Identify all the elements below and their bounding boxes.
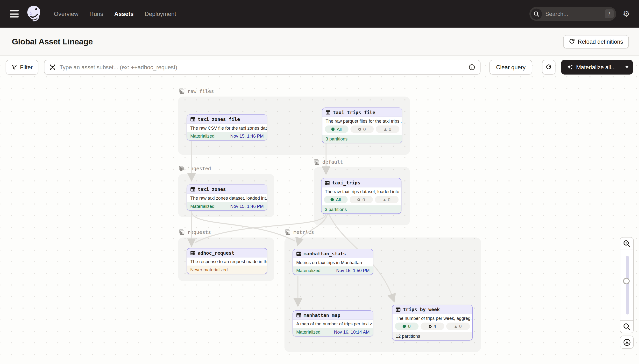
asset-node-manhattan-map[interactable]: manhattan_map A map of the number of tri…	[293, 310, 373, 336]
missing-ring-icon	[358, 128, 361, 130]
page-title: Global Asset Lineage	[12, 37, 93, 46]
slash-shortcut-badge: /	[605, 10, 614, 18]
zoom-out-button[interactable]	[620, 320, 634, 333]
menu-icon[interactable]	[10, 10, 19, 18]
download-image-button[interactable]	[620, 336, 634, 349]
missing-partitions-badge[interactable]: 4	[421, 323, 444, 330]
table-icon	[296, 251, 301, 256]
asset-node-adhoc-request[interactable]: adhoc_request The response to an request…	[187, 248, 267, 274]
materialized-dot-icon	[331, 198, 334, 201]
download-icon	[623, 338, 630, 346]
asset-node-taxi-trips-file[interactable]: taxi_trips_file The raw parquet files fo…	[322, 108, 402, 144]
status-timestamp: Nov 15, 1:50 PM	[336, 268, 369, 273]
group-label-ingested[interactable]: ingested	[179, 166, 211, 172]
zoom-in-button[interactable]	[620, 237, 634, 250]
partitions-bar: 12 partitions	[392, 332, 472, 340]
materialize-all-main[interactable]: Materialize all...	[561, 60, 621, 74]
group-icon	[179, 229, 185, 235]
asset-graph-icon	[49, 64, 56, 70]
dagster-logo[interactable]	[25, 4, 43, 24]
status-label: Materialized	[296, 268, 320, 273]
sparkle-icon	[566, 64, 573, 70]
table-icon	[396, 307, 401, 312]
asset-query-input[interactable]	[56, 64, 469, 70]
page-header: Global Asset Lineage Reload definitions	[0, 28, 639, 56]
top-nav: Overview Runs Assets Deployment / ⚙	[0, 0, 639, 28]
nav-overview[interactable]: Overview	[54, 10, 79, 17]
app-viewport: Overview Runs Assets Deployment / ⚙ Glob…	[0, 0, 639, 364]
failed-partitions-badge[interactable]: ▲0	[446, 323, 470, 330]
asset-node-taxi-zones-file[interactable]: taxi_zones_file The raw CSV file for the…	[187, 114, 267, 140]
materialized-dot-icon	[403, 325, 406, 328]
asset-status-bar: MaterializedNov 15, 1:46 PM	[187, 202, 267, 210]
gear-icon[interactable]: ⚙	[623, 10, 630, 18]
asset-node-taxi-zones[interactable]: taxi_zones The raw taxi zones dataset, l…	[187, 184, 267, 210]
refresh-button[interactable]	[542, 60, 555, 74]
missing-ring-icon	[358, 198, 361, 201]
failed-triangle-icon: ▲	[454, 324, 457, 328]
refresh-icon	[569, 38, 575, 44]
nav-runs[interactable]: Runs	[89, 10, 103, 17]
search-input[interactable]	[542, 10, 605, 17]
materialize-caret-button[interactable]	[621, 60, 633, 74]
materialize-all-button[interactable]: Materialize all...	[561, 60, 633, 74]
asset-description: Metrics on taxi trips in Manhattan	[293, 258, 373, 266]
group-icon	[314, 159, 320, 165]
search-box[interactable]: /	[529, 7, 616, 21]
status-label: Materialized	[190, 204, 214, 208]
materialized-dot-icon	[331, 128, 335, 131]
clear-query-button[interactable]: Clear query	[489, 60, 532, 74]
search-icon	[531, 8, 542, 20]
reload-definitions-button[interactable]: Reload definitions	[563, 35, 629, 48]
group-label-raw-files[interactable]: raw_files	[179, 88, 214, 94]
filter-icon	[11, 64, 17, 70]
group-label-default[interactable]: default	[314, 159, 343, 165]
info-icon[interactable]	[469, 64, 475, 70]
lineage-canvas[interactable]: raw_files ingested default requests metr…	[0, 56, 639, 364]
status-timestamp: Nov 16, 10:14 AM	[334, 330, 370, 334]
asset-description: The raw parquet files for the taxi trips…	[322, 117, 402, 125]
nav-links: Overview Runs Assets Deployment	[54, 10, 176, 17]
zoom-in-icon	[623, 240, 630, 247]
filter-button[interactable]: Filter	[6, 60, 39, 74]
screenshot-stage: Overview Runs Assets Deployment / ⚙ Glob…	[0, 0, 639, 364]
missing-partitions-badge[interactable]: 0	[350, 126, 374, 133]
status-label: Materialized	[296, 330, 320, 334]
asset-status-bar: MaterializedNov 15, 1:50 PM	[293, 266, 373, 275]
asset-description: The raw CSV file for the taxi zones dat.…	[187, 124, 267, 132]
missing-partitions-badge[interactable]: 0	[349, 196, 373, 203]
failed-partitions-badge[interactable]: ▲0	[376, 126, 399, 133]
zoom-slider-handle[interactable]	[623, 278, 629, 284]
asset-status-bar: MaterializedNov 15, 1:46 PM	[187, 132, 267, 140]
materialized-partitions-badge[interactable]: 8	[395, 323, 418, 330]
group-label-metrics[interactable]: metrics	[285, 229, 314, 235]
zoom-slider[interactable]	[620, 250, 634, 320]
asset-node-trips-by-week[interactable]: trips_by_week The number of trips per we…	[392, 304, 473, 340]
zoom-out-icon	[623, 323, 630, 330]
materialized-partitions-badge[interactable]: All	[324, 196, 348, 203]
zoom-slider-track[interactable]	[626, 256, 628, 314]
nav-assets[interactable]: Assets	[114, 10, 134, 17]
status-timestamp: Nov 15, 1:46 PM	[230, 134, 264, 138]
partition-health-badges: All 0 ▲0	[322, 125, 402, 135]
failed-partitions-badge[interactable]: ▲0	[375, 196, 398, 203]
asset-description: The number of trips per week, aggreg...	[392, 314, 472, 322]
refresh-icon	[545, 64, 551, 70]
partition-health-badges: 8 4 ▲0	[392, 322, 472, 332]
materialized-partitions-badge[interactable]: All	[325, 126, 348, 133]
partitions-bar: 3 partitions	[321, 206, 401, 214]
caret-down-icon	[625, 66, 629, 68]
lineage-toolbar: Filter Clear query Materialize all...	[6, 60, 633, 74]
asset-description: The response to an request made in th...	[187, 258, 267, 266]
partition-health-badges: All 0 ▲0	[321, 196, 401, 206]
group-label-requests[interactable]: requests	[179, 229, 211, 235]
failed-triangle-icon: ▲	[384, 127, 387, 131]
nav-deployment[interactable]: Deployment	[145, 10, 176, 17]
asset-description: The raw taxi trips dataset, loaded into …	[321, 187, 401, 196]
asset-node-manhattan-stats[interactable]: manhattan_stats Metrics on taxi trips in…	[293, 249, 373, 275]
table-icon	[326, 110, 330, 115]
asset-status-bar: Never materialized	[187, 266, 267, 274]
asset-query-field[interactable]	[44, 60, 481, 74]
asset-description: A map of the number of trips per taxi z.…	[293, 320, 373, 328]
asset-node-taxi-trips[interactable]: taxi_trips The raw taxi trips dataset, l…	[321, 178, 401, 214]
